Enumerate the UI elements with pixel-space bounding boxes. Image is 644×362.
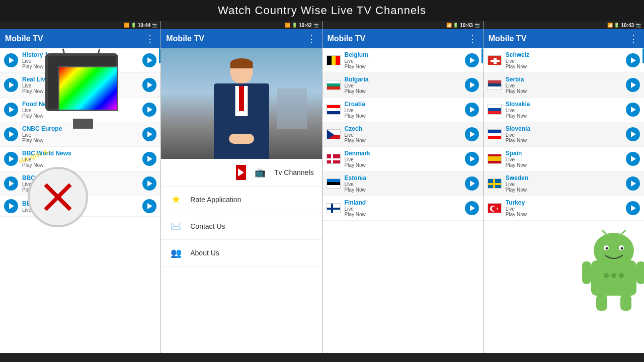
country-live-slovenia: Live	[506, 132, 622, 138]
play-btn-reallives[interactable]	[4, 78, 18, 92]
country-item-slovakia[interactable]: Slovakia Live Play Now	[484, 98, 644, 122]
channel-info-belgium: Belgium Live Play Now	[345, 51, 461, 69]
play-btn-history1[interactable]	[4, 53, 18, 67]
menu-dots-2[interactable]: ⋮	[307, 33, 317, 44]
country-item-schweiz[interactable]: Schweiz Live Play Now	[484, 48, 644, 73]
tv-stand	[73, 119, 93, 129]
play-btn-bulgaria[interactable]	[465, 78, 479, 92]
menu-item-contact[interactable]: ✉️ Contact Us	[161, 213, 321, 240]
svg-rect-9	[327, 208, 340, 210]
play-btn-finland[interactable]	[465, 201, 479, 215]
country-name-czech: Czech	[345, 125, 461, 132]
country-play-croatia: Play Now	[345, 113, 461, 119]
building-silhouette	[277, 88, 307, 129]
play-btn-turkey[interactable]	[626, 201, 640, 215]
country-item-czech[interactable]: Czech Live Play Now	[323, 122, 483, 147]
menu-dots-4[interactable]: ⋮	[629, 33, 639, 44]
country-item-belgium[interactable]: Belgium Live Play Now	[323, 48, 483, 73]
menu-item-about[interactable]: 👥 About Us	[161, 240, 321, 266]
rate-label: Rate Application	[190, 196, 241, 204]
play-btn-slovenia[interactable]	[626, 127, 640, 141]
flag-croatia	[327, 105, 341, 115]
play-btn-right-cnbc[interactable]	[142, 127, 156, 141]
play-btn-right-history1[interactable]	[142, 53, 156, 67]
flag-sweden	[488, 178, 502, 189]
play-btn-cnbc[interactable]	[4, 127, 18, 141]
play-btn-bbconehd[interactable]	[4, 176, 18, 191]
play-btn-bbcthreehd[interactable]	[4, 199, 18, 213]
play-btn-denmark[interactable]	[465, 152, 479, 166]
country-live-belgium: Live	[345, 58, 461, 64]
flag-denmark	[327, 154, 341, 164]
anchor-suit	[214, 83, 269, 159]
tv-body	[45, 53, 118, 111]
camera-icon-3: 📷	[474, 23, 480, 28]
anchor-tie	[239, 86, 244, 111]
news-anchor-video	[161, 48, 321, 159]
app-bar-4: Mobile TV ⋮	[484, 29, 644, 48]
country-play-belgium: Play Now	[345, 64, 461, 69]
play-btn-right-reallives[interactable]	[142, 78, 156, 92]
play-btn-right-bbcthreehd[interactable]	[142, 199, 156, 213]
menu-dots-1[interactable]: ⋮	[145, 33, 155, 44]
play-btn-serbia[interactable]	[626, 78, 640, 92]
country-name-sweden: Sweden	[506, 174, 622, 182]
channel-info-schweiz: Schweiz Live Play Now	[506, 51, 622, 69]
status-icons-4: 📶 🔋	[607, 23, 620, 28]
play-btn-slovakia[interactable]	[626, 103, 640, 117]
flag-schweiz	[488, 55, 502, 65]
country-play-finland: Play Now	[345, 212, 461, 217]
country-item-serbia[interactable]: Serbia Live Play Now	[484, 73, 644, 98]
play-btn-belgium[interactable]	[465, 53, 479, 67]
anchor-figure	[209, 58, 274, 159]
flag-finland	[327, 203, 341, 213]
country-item-spain[interactable]: Spain Live Play Now	[484, 147, 644, 171]
country-name-spain: Spain	[506, 150, 622, 157]
country-name-bulgaria: Bulgaria	[345, 76, 461, 83]
country-item-finland[interactable]: Finland Live Play Now	[323, 196, 483, 221]
country-play-czech: Play Now	[345, 138, 461, 143]
play-btn-right-bbcworld[interactable]	[142, 152, 156, 166]
svg-marker-0	[238, 168, 244, 176]
play-btn-right-bbconehd[interactable]	[142, 176, 156, 191]
country-live-sweden: Live	[506, 182, 622, 187]
play-btn-foodnetwork[interactable]	[4, 103, 18, 117]
country-live-czech: Live	[345, 132, 461, 138]
channel-play-cnbc: Play Now	[22, 138, 138, 143]
play-btn-bbcworld[interactable]	[4, 152, 18, 166]
country-play-sweden: Play Now	[506, 187, 622, 193]
menu-dots-3[interactable]: ⋮	[468, 33, 478, 44]
country-item-denmark[interactable]: Denmark Live Play Now	[323, 147, 483, 171]
page-title: Watch Country Wise Live TV Channels	[0, 0, 644, 21]
country-item-sweden[interactable]: Sweden Live Play Now	[484, 171, 644, 196]
country-live-schweiz: Live	[506, 58, 622, 64]
country-play-spain: Play Now	[506, 162, 622, 168]
menu-item-tvchannels[interactable]: 📺 Tv Channels	[161, 159, 321, 187]
channel-info-slovenia: Slovenia Live Play Now	[506, 125, 622, 143]
play-btn-sweden[interactable]	[626, 176, 640, 191]
country-item-croatia[interactable]: Croatia Live Play Now	[323, 98, 483, 122]
app-bar-1: Mobile TV ⋮	[0, 29, 160, 48]
country-name-belgium: Belgium	[345, 51, 461, 58]
play-btn-schweiz[interactable]	[626, 53, 640, 67]
country-item-bulgaria[interactable]: Bulgaria Live Play Now	[323, 73, 483, 98]
play-btn-estonia[interactable]	[465, 176, 479, 191]
play-btn-croatia[interactable]	[465, 103, 479, 117]
time-1: 10:44	[138, 23, 151, 28]
play-btn-right-foodnetwork[interactable]	[142, 103, 156, 117]
about-icon: 👥	[169, 246, 183, 260]
flag-estonia	[327, 178, 341, 189]
play-btn-spain[interactable]	[626, 152, 640, 166]
country-item-slovenia[interactable]: Slovenia Live Play Now	[484, 122, 644, 147]
tvchannels-icon: 📺	[253, 165, 267, 179]
play-btn-czech[interactable]	[465, 127, 479, 141]
country-item-turkey[interactable]: Turkey Live Play Now	[484, 196, 644, 221]
status-bar-3: 📶 🔋 10:43 📷	[323, 21, 483, 29]
flag-belgium	[327, 55, 341, 65]
country-name-denmark: Denmark	[345, 150, 461, 157]
menu-item-rate[interactable]: ★ Rate Application	[161, 187, 321, 213]
country-item-estonia[interactable]: Estonia Live Play Now	[323, 171, 483, 196]
svg-point-18	[492, 207, 496, 211]
tv-graphic-overlay	[40, 48, 131, 129]
country-play-schweiz: Play Now	[506, 64, 622, 69]
